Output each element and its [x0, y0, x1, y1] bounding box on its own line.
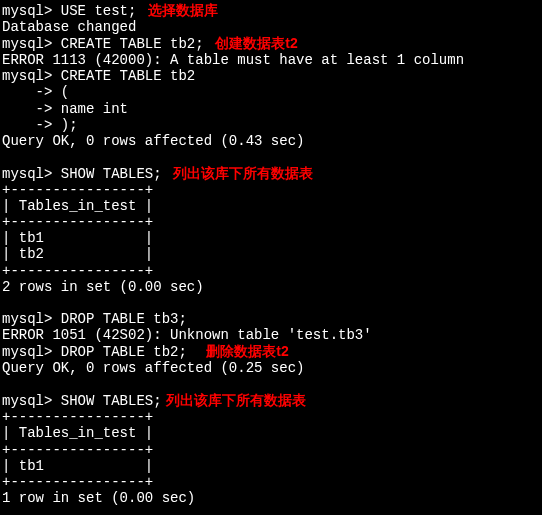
- command-text: SHOW TABLES;: [61, 166, 162, 182]
- output-text: | Tables_in_test |: [2, 425, 153, 441]
- terminal-line: [2, 149, 540, 165]
- terminal-line: | Tables_in_test |: [2, 198, 540, 214]
- output-text: +----------------+: [2, 182, 153, 198]
- terminal-output: mysql> USE test; 选择数据库Database changedmy…: [2, 2, 540, 515]
- terminal-line: mysql> DROP TABLE tb2; 删除数据表t2: [2, 343, 540, 360]
- prompt: ->: [2, 84, 61, 100]
- command-text: CREATE TABLE tb2: [61, 68, 195, 84]
- output-text: | tb2 |: [2, 246, 153, 262]
- command-text: CREATE TABLE tb2;: [61, 36, 204, 52]
- command-text: );: [61, 117, 78, 133]
- output-text: Query OK, 0 rows affected (0.25 sec): [2, 360, 304, 376]
- output-text: +----------------+: [2, 474, 153, 490]
- output-text: ERROR 1051 (42S02): Unknown table 'test.…: [2, 327, 372, 343]
- terminal-line: mysql> CREATE TABLE tb2: [2, 68, 540, 84]
- output-text: 1 row in set (0.00 sec): [2, 490, 195, 506]
- prompt: mysql>: [2, 311, 61, 327]
- terminal-line: 2 rows in set (0.00 sec): [2, 279, 540, 295]
- output-text: | tb1 |: [2, 230, 153, 246]
- terminal-line: ERROR 1113 (42000): A table must have at…: [2, 52, 540, 68]
- terminal-line: +----------------+: [2, 442, 540, 458]
- output-text: [2, 506, 10, 515]
- terminal-line: | tb1 |: [2, 230, 540, 246]
- prompt: mysql>: [2, 68, 61, 84]
- command-text: DROP TABLE tb3;: [61, 311, 187, 327]
- output-text: +----------------+: [2, 263, 153, 279]
- terminal-line: -> name int: [2, 101, 540, 117]
- terminal-line: | tb1 |: [2, 458, 540, 474]
- terminal-line: [2, 295, 540, 311]
- annotation-text: 列出该库下所有数据表: [162, 392, 306, 408]
- command-text: name int: [61, 101, 128, 117]
- terminal-line: | tb2 |: [2, 246, 540, 262]
- terminal-line: Query OK, 0 rows affected (0.43 sec): [2, 133, 540, 149]
- terminal-line: +----------------+: [2, 409, 540, 425]
- terminal-line: +----------------+: [2, 474, 540, 490]
- terminal-line: -> );: [2, 117, 540, 133]
- terminal-line: mysql> USE test; 选择数据库: [2, 2, 540, 19]
- prompt: mysql>: [2, 36, 61, 52]
- output-text: +----------------+: [2, 409, 153, 425]
- terminal-line: Database changed: [2, 19, 540, 35]
- terminal-line: +----------------+: [2, 263, 540, 279]
- terminal-line: mysql> SHOW TABLES; 列出该库下所有数据表: [2, 392, 540, 409]
- annotation-text: 选择数据库: [136, 2, 218, 18]
- prompt: mysql>: [2, 344, 61, 360]
- terminal-line: | Tables_in_test |: [2, 425, 540, 441]
- command-text: SHOW TABLES;: [61, 393, 162, 409]
- output-text: Query OK, 0 rows affected (0.43 sec): [2, 133, 304, 149]
- terminal-line: +----------------+: [2, 214, 540, 230]
- terminal-line: -> (: [2, 84, 540, 100]
- terminal-line: ERROR 1051 (42S02): Unknown table 'test.…: [2, 327, 540, 343]
- command-text: USE test;: [61, 3, 137, 19]
- command-text: (: [61, 84, 69, 100]
- terminal-line: [2, 376, 540, 392]
- output-text: | Tables_in_test |: [2, 198, 153, 214]
- output-text: +----------------+: [2, 214, 153, 230]
- command-text: DROP TABLE tb2;: [61, 344, 187, 360]
- output-text: [2, 149, 10, 165]
- terminal-line: mysql> SHOW TABLES; 列出该库下所有数据表: [2, 165, 540, 182]
- output-text: ERROR 1113 (42000): A table must have at…: [2, 52, 464, 68]
- terminal-line: +----------------+: [2, 182, 540, 198]
- prompt: ->: [2, 117, 61, 133]
- output-text: [2, 376, 10, 392]
- output-text: [2, 295, 10, 311]
- terminal-line: mysql> DROP TABLE tb3;: [2, 311, 540, 327]
- annotation-text: 列出该库下所有数据表: [162, 165, 314, 181]
- prompt: mysql>: [2, 166, 61, 182]
- output-text: +----------------+: [2, 442, 153, 458]
- annotation-text: 删除数据表t2: [187, 343, 289, 359]
- terminal-line: [2, 506, 540, 515]
- output-text: 2 rows in set (0.00 sec): [2, 279, 204, 295]
- terminal-line: mysql> CREATE TABLE tb2; 创建数据表t2: [2, 35, 540, 52]
- prompt: mysql>: [2, 3, 61, 19]
- annotation-text: 创建数据表t2: [204, 35, 298, 51]
- terminal-line: 1 row in set (0.00 sec): [2, 490, 540, 506]
- output-text: Database changed: [2, 19, 136, 35]
- terminal-line: Query OK, 0 rows affected (0.25 sec): [2, 360, 540, 376]
- output-text: | tb1 |: [2, 458, 153, 474]
- prompt: mysql>: [2, 393, 61, 409]
- prompt: ->: [2, 101, 61, 117]
